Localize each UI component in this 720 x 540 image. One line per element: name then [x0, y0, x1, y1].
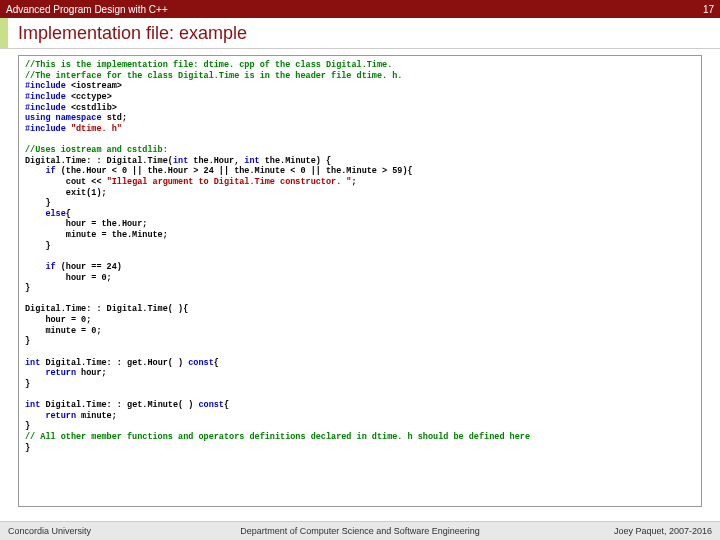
code-line: hour = the.Hour; [25, 219, 147, 229]
code-line: using namespace [25, 113, 107, 123]
code-line: //Uses iostream and cstdlib: [25, 145, 168, 155]
code-line: } [25, 241, 51, 251]
footer-bar: Concordia University Department of Compu… [0, 521, 720, 540]
code-line: Digital.Time: : Digital.Time( ){ [25, 304, 188, 314]
code-line: minute = the.Minute; [25, 230, 168, 240]
code-line: } [25, 421, 30, 431]
code-line: Digital.Time: : Digital.Time( [25, 156, 173, 166]
footer-center: Department of Computer Science and Softw… [0, 526, 720, 536]
page-number: 17 [703, 4, 714, 15]
code-line: } [25, 379, 30, 389]
code-line: // All other member functions and operat… [25, 432, 530, 442]
code-line: hour = 0; [25, 273, 112, 283]
header-bar: Advanced Program Design with C++ 17 [0, 0, 720, 18]
title-accent [0, 18, 8, 48]
code-line: hour = 0; [25, 315, 91, 325]
code-line: #include [25, 103, 71, 113]
code-line: } [25, 336, 30, 346]
code-line: exit(1); [25, 188, 107, 198]
footer-right: Joey Paquet, 2007-2016 [614, 526, 712, 536]
code-line: } [25, 443, 30, 453]
code-line: #include [25, 124, 71, 134]
code-line: minute = 0; [25, 326, 102, 336]
code-line: } [25, 198, 51, 208]
code-line: #include [25, 81, 71, 91]
title-band: Implementation file: example [0, 18, 720, 49]
code-line: } [25, 283, 30, 293]
course-title: Advanced Program Design with C++ [6, 4, 168, 15]
code-line: //This is the implementation file: dtime… [25, 60, 392, 70]
code-line: //The interface for the class Digital.Ti… [25, 71, 402, 81]
content-area: //This is the implementation file: dtime… [0, 49, 720, 511]
slide-title: Implementation file: example [8, 18, 720, 48]
code-box: //This is the implementation file: dtime… [18, 55, 702, 507]
code-line: #include [25, 92, 71, 102]
footer-left: Concordia University [8, 526, 91, 536]
